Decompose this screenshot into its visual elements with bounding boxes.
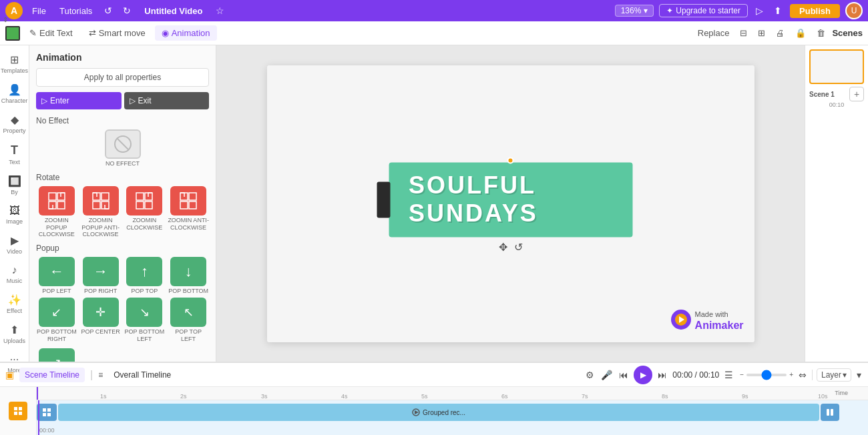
sidebar-item-image[interactable]: 🖼 Image	[1, 201, 28, 229]
redo-icon[interactable]: ↻	[120, 4, 134, 17]
rotate-item-0[interactable]: Zoomin popup Clockwise	[36, 186, 77, 238]
enter-exit-row: ▷ Enter ▷ Exit	[36, 92, 209, 109]
user-avatar[interactable]: U	[845, 2, 863, 19]
zoom-range-input[interactable]	[746, 374, 787, 376]
popup-item-6[interactable]: ↘ POP BOTTOM LEFT	[124, 298, 166, 343]
sidebar-item-effect[interactable]: ✨ Effect	[1, 290, 28, 318]
share-icon[interactable]: ⬆	[771, 4, 785, 17]
canvas-frame[interactable]: SOULFUL SUNDAYS ✥ ↺	[267, 65, 754, 342]
lock-icon[interactable]: 🔒	[791, 27, 810, 39]
publish-button[interactable]: Publish	[790, 4, 840, 18]
svg-rect-26	[43, 413, 46, 416]
popup-item-4[interactable]: ↙ POP BOTTOM RIGHT	[36, 298, 77, 343]
sidebar-item-templates[interactable]: ⊞ Templates	[1, 49, 28, 78]
sidebar-item-text[interactable]: T Text	[1, 139, 28, 169]
svg-line-1	[117, 138, 129, 150]
sidebar-item-character[interactable]: 👤 Character	[1, 79, 28, 108]
tab-edit-text[interactable]: ✎ Edit Text	[23, 25, 79, 41]
apply-all-button[interactable]: Apply to all properties	[36, 68, 209, 87]
banner-background: SOULFUL SUNDAYS	[389, 162, 632, 237]
rotate-item-1[interactable]: Zoomin popup Anti-Clockwise	[80, 186, 122, 238]
timeline-track-row: Grouped rec...	[37, 403, 839, 422]
tab-overall-timeline[interactable]: Overall Timeline	[108, 368, 176, 382]
trash-icon[interactable]: 🗑	[813, 27, 829, 39]
popup-item-0[interactable]: ← POP LEFT	[36, 257, 77, 295]
zoom-indicator[interactable]: 136% ▾	[615, 5, 654, 17]
layer-button[interactable]: Layer ▾	[817, 368, 851, 382]
popup-item-1[interactable]: → POP RIGHT	[80, 257, 122, 295]
rotate-item-3[interactable]: Zoomin Anti-Clockwise	[168, 186, 209, 238]
main-layout: ⊞ Templates 👤 Character ◆ Property T Tex…	[0, 45, 868, 362]
popup-item-2[interactable]: ↑ POP TOP	[124, 257, 166, 295]
zoom-in-icon[interactable]: +	[789, 371, 793, 378]
add-scene-button[interactable]: +	[849, 87, 864, 101]
popup-item-3[interactable]: ↓ POP BOTTOM	[168, 257, 209, 295]
columns-icon[interactable]: ⊟	[736, 27, 751, 39]
sidebar-item-uploads[interactable]: ⬆ Uploads	[1, 320, 28, 348]
svg-rect-5	[57, 201, 65, 209]
text-icon: T	[11, 143, 18, 157]
scene-name: Scene 1	[809, 91, 835, 98]
rotate-icon-3	[170, 186, 206, 215]
svg-rect-16	[180, 201, 188, 209]
undo-icon[interactable]: ↺	[101, 4, 115, 17]
popup-icon-4: ↙	[39, 298, 75, 327]
popup-item-5[interactable]: ✛ POP CENTER	[80, 298, 122, 343]
tutorials-menu[interactable]: Tutorials	[55, 5, 96, 17]
scene-timeline-icon: ▣	[5, 370, 14, 380]
fit-icon[interactable]: ⇔	[797, 368, 808, 382]
settings-icon[interactable]: ⚙	[584, 368, 596, 382]
skip-forward-icon[interactable]: ⏭	[656, 368, 668, 382]
rotate-icon-2	[126, 186, 162, 215]
star-icon[interactable]: ☆	[213, 4, 227, 17]
file-menu[interactable]: File	[28, 5, 50, 17]
rotate-item-2[interactable]: Zoomin Clockwise	[124, 186, 166, 238]
grid-icon[interactable]: ⊞	[754, 27, 769, 39]
skip-back-icon[interactable]: ⏮	[618, 368, 630, 382]
selection-handle-top[interactable]	[507, 157, 514, 163]
rotate-icon-0	[39, 186, 75, 215]
sidebar-item-property[interactable]: ◆ Property	[1, 109, 28, 138]
expand-timeline-button[interactable]: ▾	[855, 368, 863, 382]
upgrade-button[interactable]: ✦ Upgrade to starter	[659, 4, 748, 17]
popup-item-8[interactable]: ↗ POP TOP RIGHT	[36, 348, 77, 362]
color-preview[interactable]	[5, 26, 20, 41]
zoom-slider[interactable]: − +	[740, 371, 793, 378]
zoom-out-icon[interactable]: −	[740, 371, 744, 378]
edit-text-icon: ✎	[29, 28, 37, 38]
print-icon[interactable]: 🖨	[772, 27, 789, 39]
banner-element[interactable]: SOULFUL SUNDAYS ✥ ↺	[389, 162, 632, 237]
ruler-mark-3s: 3s	[261, 393, 268, 400]
sidebar: ⊞ Templates 👤 Character ◆ Property T Tex…	[0, 45, 29, 362]
animaker-logo-icon	[671, 310, 691, 330]
popup-item-7[interactable]: ↖ POP TOP LEFT	[168, 298, 209, 343]
exit-button[interactable]: ▷ Exit	[124, 92, 210, 109]
timeline-header: ▣ Scene Timeline | ≡ Overall Timeline ⚙ …	[0, 363, 868, 387]
timeline: ▣ Scene Timeline | ≡ Overall Timeline ⚙ …	[0, 362, 868, 435]
tab-scene-timeline[interactable]: Scene Timeline	[19, 368, 85, 382]
subtitles-icon[interactable]: ☰	[723, 368, 734, 382]
tab-animation[interactable]: ◉ Animation	[155, 25, 217, 41]
popup-grid: ← POP LEFT → POP RIGHT ↑ POP TOP ↓ POP B…	[36, 257, 209, 342]
play-button[interactable]: ▶	[634, 366, 652, 384]
timeline-tracks[interactable]: Grouped rec... 00:00	[37, 400, 868, 435]
sidebar-item-by[interactable]: 🔲 By	[1, 171, 28, 199]
move-icon[interactable]: ✥	[499, 241, 507, 254]
track-bar[interactable]: Grouped rec...	[58, 404, 819, 421]
smart-move-icon: ⇄	[89, 28, 96, 38]
scene-thumbnail[interactable]	[809, 49, 864, 84]
scene-time: 00:10	[829, 101, 845, 108]
sidebar-item-video[interactable]: ▶ Video	[1, 230, 28, 259]
preview-icon[interactable]: ▷	[753, 4, 766, 17]
svg-rect-2	[49, 193, 56, 200]
animation-panel: Animation Apply to all properties ▷ Ente…	[29, 45, 216, 362]
timeline-controls: ⚙ 🎤 ⏮ ▶ ⏭ 00:00 / 00:10 ☰	[584, 366, 734, 384]
track-end-icon	[821, 404, 839, 421]
replace-button[interactable]: Replace	[694, 27, 734, 39]
tab-smart-move[interactable]: ⇄ Smart move	[82, 25, 152, 41]
microphone-icon[interactable]: 🎤	[600, 368, 614, 382]
refresh-icon[interactable]: ↺	[514, 241, 523, 254]
enter-button[interactable]: ▷ Enter	[36, 92, 122, 109]
sidebar-item-music[interactable]: ♪ Music	[1, 260, 28, 288]
no-effect-item[interactable]: No Effect	[36, 129, 209, 167]
